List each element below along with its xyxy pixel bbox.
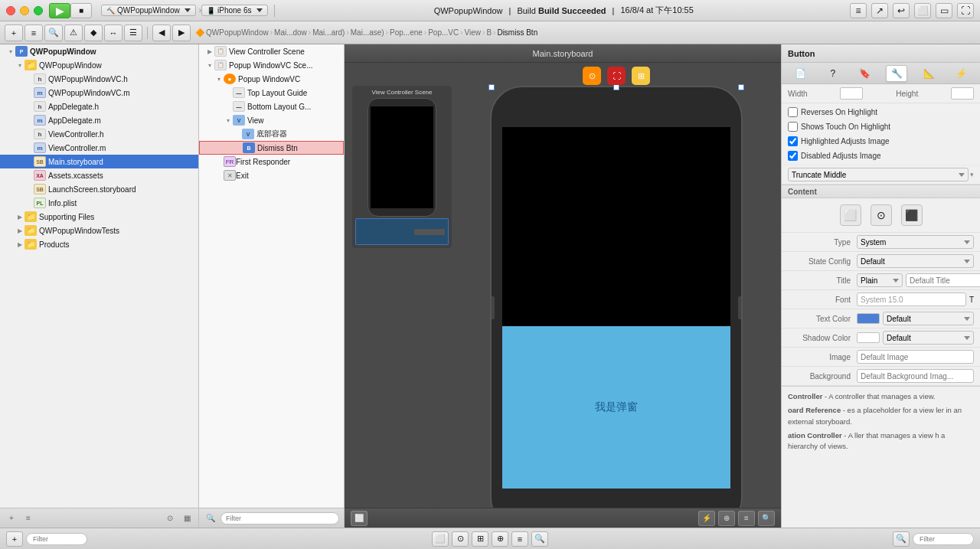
outline-item-bottom-layout[interactable]: — Bottom Layout G... <box>199 100 344 113</box>
text-color-swatch[interactable] <box>857 313 880 324</box>
list-view[interactable]: ☰ <box>124 25 142 41</box>
tree-item-assets[interactable]: XA Assets.xcassets <box>0 168 198 182</box>
outline-filter-input[interactable] <box>220 512 339 524</box>
bc-4[interactable]: Mai...ase) <box>351 28 384 37</box>
tree-item-appdelegate-m[interactable]: m AppDelegate.m <box>0 113 198 127</box>
tree-item-launch-storyboard[interactable]: SB LaunchScreen.storyboard <box>0 182 198 196</box>
handle-tl[interactable] <box>488 84 495 90</box>
warning-button[interactable]: ⚠ <box>64 25 83 41</box>
editor-toggle[interactable]: ≡ <box>850 3 867 18</box>
bt-reorder[interactable]: ⊕ <box>492 531 508 547</box>
bt-zoom-bt[interactable]: 🔍 <box>531 531 548 547</box>
minimize-button[interactable] <box>20 6 29 15</box>
bc-1[interactable]: QWPopupWindow <box>206 28 269 37</box>
content-icon-left-align[interactable]: ⬜ <box>840 204 861 226</box>
show-hide-icon[interactable]: ▦ <box>180 511 194 525</box>
tree-item-appdelegate-h[interactable]: h AppDelegate.h <box>0 100 198 113</box>
height-header-input[interactable] <box>951 87 974 100</box>
width-header-input[interactable] <box>840 87 863 100</box>
tree-item-supporting-files[interactable]: ▶ 📁 Supporting Files <box>0 210 198 224</box>
bt-right-filter[interactable]: 🔍 <box>893 531 910 547</box>
diff-button[interactable]: ↔ <box>104 25 122 41</box>
tree-item-qwpopupwindow-tests[interactable]: ▶ 📁 QWPopupWindowTests <box>0 224 198 237</box>
truncate-dd[interactable]: ▾ <box>970 171 974 178</box>
breakpoint-button[interactable]: ◆ <box>84 25 103 41</box>
right-tab-size[interactable]: 📐 <box>918 65 939 82</box>
fullscreen-button[interactable] <box>34 6 43 15</box>
font-picker-icon[interactable]: T <box>969 296 974 304</box>
bt-zoom-fit[interactable]: ⊞ <box>472 531 488 547</box>
tree-item-qwpopupvc-m[interactable]: m QWPopupWindowVC.m <box>0 86 198 100</box>
tree-item-products[interactable]: ▶ 📁 Products <box>0 237 198 251</box>
panel-toggle[interactable]: ▭ <box>936 3 952 18</box>
device-selector[interactable]: 📱 iPhone 6s <box>201 5 267 16</box>
search-button[interactable]: 🔍 <box>44 25 63 41</box>
outline-item-vc-scene[interactable]: ▶ 📋 View Controller Scene <box>199 44 344 58</box>
bt-filter-bt[interactable]: ≡ <box>511 531 528 547</box>
right-tab-id[interactable]: 🔖 <box>854 65 876 82</box>
bottom-filter-input[interactable] <box>26 533 87 545</box>
content-icon-center[interactable]: ⊙ <box>871 204 892 226</box>
text-color-select[interactable]: Default <box>883 312 974 325</box>
history-icon[interactable]: ⊙ <box>163 511 177 525</box>
nav-back[interactable]: ◀ <box>152 25 171 41</box>
right-tab-file[interactable]: 📄 <box>790 65 812 82</box>
highlighted-adjusts-checkbox[interactable] <box>788 136 798 146</box>
truncate-select[interactable]: Truncate Middle <box>788 168 969 181</box>
tree-item-viewcontroller-m[interactable]: m ViewController.m <box>0 141 198 155</box>
bc-8[interactable]: B <box>486 28 492 37</box>
shows-touch-checkbox[interactable] <box>788 122 798 132</box>
type-select[interactable]: System <box>857 235 974 249</box>
phone-toolbar-icon-yellow[interactable]: ⊞ <box>632 67 650 85</box>
scheme-selector[interactable]: 🔨 QWPopupWindow <box>101 5 196 16</box>
nav-forward[interactable]: ▶ <box>172 25 191 41</box>
bottom-right-filter-input[interactable] <box>913 533 974 545</box>
tree-item-qwpopupwindow-project[interactable]: ▾ P QWPopupWindow <box>0 44 198 58</box>
reverses-highlight-checkbox[interactable] <box>788 107 798 117</box>
filter-icon[interactable]: ≡ <box>21 511 35 525</box>
shadow-color-select[interactable]: Default <box>883 331 974 345</box>
handle-tr[interactable] <box>738 84 744 90</box>
back-forward[interactable]: ↩ <box>893 3 910 18</box>
tree-item-qwpopupvc-h[interactable]: h QWPopupWindowVC.h <box>0 72 198 86</box>
bc-7[interactable]: View <box>465 28 482 37</box>
canvas-bt-wand[interactable]: ⚡ <box>698 511 715 526</box>
outline-filter-icon[interactable]: 🔍 <box>204 511 217 525</box>
bt-canvas-controls[interactable]: ⊙ <box>452 531 469 547</box>
outline-item-view[interactable]: ▾ V View <box>199 113 344 127</box>
add-file-button[interactable]: + <box>5 25 23 41</box>
disabled-adjusts-checkbox[interactable] <box>788 151 798 161</box>
tree-item-main-storyboard[interactable]: SB Main.storyboard <box>0 155 198 168</box>
outline-item-exit[interactable]: ✕ Exit <box>199 168 344 182</box>
right-tab-attrs[interactable]: 🔧 <box>886 65 907 82</box>
canvas-bt-fix[interactable]: ⊕ <box>718 511 735 526</box>
title-input[interactable] <box>906 273 980 287</box>
background-input[interactable] <box>857 369 974 383</box>
outline-item-popup-scene[interactable]: ▾ 📋 Popup WindowVC Sce... <box>199 58 344 72</box>
close-button[interactable] <box>6 6 15 15</box>
right-tab-connections[interactable]: ⚡ <box>950 65 972 82</box>
phone-toolbar-icon-red[interactable]: ⛶ <box>607 67 626 85</box>
right-tab-quick-help[interactable]: ? <box>822 65 844 82</box>
canvas-bt-filter[interactable]: ≡ <box>738 511 755 526</box>
bc-6[interactable]: Pop...VC <box>428 28 459 37</box>
add-item-button[interactable]: + <box>5 511 18 525</box>
canvas-bt-zoom[interactable]: 🔍 <box>758 511 775 526</box>
phone-toolbar-icon-orange[interactable]: ⊙ <box>583 67 601 85</box>
bc-3[interactable]: Mai...ard) <box>312 28 345 37</box>
shadow-color-swatch[interactable] <box>857 332 880 343</box>
bc-2[interactable]: Mai...dow <box>274 28 307 37</box>
content-icon-right-align[interactable]: ⬛ <box>901 204 923 226</box>
font-input[interactable] <box>857 292 966 306</box>
canvas-bt-layout[interactable]: ⬜ <box>351 511 368 526</box>
outline-item-top-layout[interactable]: — Top Layout Guide <box>199 86 344 100</box>
outline-item-popup-vc[interactable]: ▾ ● Popup WindowVC <box>199 72 344 86</box>
image-input[interactable] <box>857 350 974 364</box>
stop-button[interactable]: ■ <box>70 3 92 18</box>
layout-toggle[interactable]: ⬜ <box>914 3 931 18</box>
fullscreen-icon[interactable]: ⛶ <box>957 3 974 18</box>
outline-item-bottom-container[interactable]: V 底部容器 <box>199 127 344 141</box>
bc-5[interactable]: Pop...ene <box>390 28 423 37</box>
tree-item-info-plist[interactable]: PL Info.plist <box>0 196 198 210</box>
handle-tc[interactable] <box>613 84 619 90</box>
